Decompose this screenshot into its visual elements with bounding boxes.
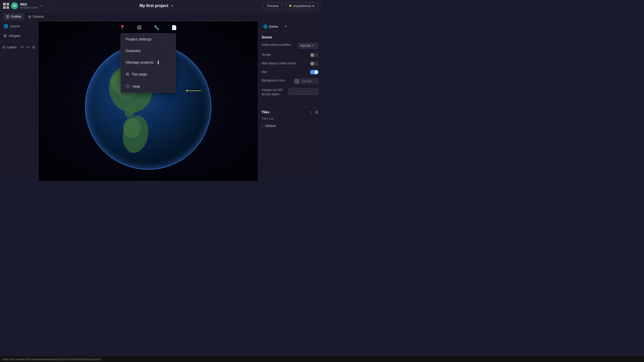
datasets-label: Datasets: [126, 49, 141, 53]
camera-position-control[interactable]: Not Set ✎: [298, 43, 318, 49]
right-scene-icon: 🌐: [263, 24, 267, 28]
manage-projects-label: Manage projects: [126, 60, 154, 64]
sky-row: Sky: [262, 70, 318, 74]
left-sidebar: 🌐 Scene ⊞ Widgets ⊡ Layers ⊕ 🗁 🗑: [0, 21, 38, 181]
bg-color-label: Background color: [262, 78, 292, 83]
main-area: 🌐 Scene ⊞ Widgets ⊡ Layers ⊕ 🗁 🗑 📍 🖼 🔧: [0, 21, 322, 181]
scene-section: Scene Initial camera position Not Set ✎ …: [258, 32, 322, 104]
dropdown-manage-projects[interactable]: Manage projects ▌: [121, 57, 176, 68]
tab-dataset[interactable]: ⊞ Dataset: [25, 13, 47, 20]
layers-folder-button[interactable]: 🗁: [26, 45, 30, 50]
cesium-api-row: Cesium Ion API access token: [262, 88, 318, 97]
terrain-label: Terrain: [262, 53, 308, 57]
project-settings-label: Project settings: [126, 37, 152, 41]
dropdown-project-settings[interactable]: Project settings: [121, 33, 176, 45]
tiles-add-button[interactable]: ＋: [309, 110, 313, 114]
sidebar-item-widgets[interactable]: ⊞ Widgets: [0, 31, 38, 40]
sky-label: Sky: [262, 70, 308, 74]
widgets-tool-button[interactable]: 🔧: [153, 24, 160, 31]
layers-stack-button[interactable]: ⊕: [20, 45, 24, 50]
brand-chevron-icon[interactable]: ▾: [41, 4, 42, 8]
camera-position-edit-icon: ✎: [312, 44, 314, 48]
layers-label-group: ⊡ Layers: [3, 45, 17, 49]
camera-position-value: Not Set: [301, 44, 311, 48]
right-export-icon: ↗: [284, 24, 287, 28]
scene-label: Scene: [10, 24, 20, 28]
bg-color-input[interactable]: Not set: [301, 78, 318, 84]
right-tab-scene[interactable]: 🌐 Scene: [261, 23, 280, 29]
tile-item[interactable]: 1 Default: [262, 122, 318, 129]
brand-team: Re:Earth TEAM: [20, 6, 38, 9]
layers-section: ⊡ Layers ⊕ 🗁 🗑: [0, 43, 38, 52]
tab-outline[interactable]: ☰ Outline: [3, 13, 24, 20]
avatar: R: [11, 2, 18, 9]
layers-delete-button[interactable]: 🗑: [31, 45, 36, 50]
document-tool-button[interactable]: 📄: [170, 24, 178, 31]
cesium-api-label: Cesium Ion API access token: [262, 88, 286, 97]
hide-objects-label: Hide objects under terrain: [262, 61, 308, 66]
preview-button[interactable]: Preview: [263, 3, 282, 9]
outline-icon: ☰: [6, 15, 9, 19]
dataset-icon: ⊞: [28, 15, 31, 19]
bg-color-row: Background color Not set: [262, 78, 318, 84]
widgets-icon: ⊞: [4, 33, 7, 38]
hide-objects-control[interactable]: [310, 61, 318, 66]
terrain-row: Terrain: [262, 53, 318, 57]
top-page-icon: ⊞: [126, 72, 129, 76]
right-sidebar-tabs: 🌐 Scene ↗: [258, 21, 322, 32]
image-tool-button[interactable]: 🖼: [136, 24, 143, 31]
brand-section[interactable]: R RED Re:Earth TEAM ▾: [0, 0, 50, 12]
top-header: R RED Re:Earth TEAM ▾ My first project ▾…: [0, 0, 322, 12]
project-dropdown-button[interactable]: ▾: [170, 3, 174, 9]
brand-text: RED Re:Earth TEAM: [20, 3, 38, 9]
hide-objects-row: Hide objects under terrain: [262, 61, 318, 66]
sidebar-divider: [0, 41, 38, 42]
right-tab-export[interactable]: ↗: [282, 23, 289, 29]
dropdown-top-page[interactable]: ⊞ Top page: [121, 68, 176, 80]
camera-position-select[interactable]: Not Set ✎: [298, 43, 318, 49]
tiles-list-label: Tiles List: [262, 117, 318, 120]
grid-icon: [3, 3, 9, 9]
tile-item-name: Default: [265, 124, 276, 128]
tiles-heading: Tiles: [262, 110, 270, 114]
layers-actions: ⊕ 🗁 🗑: [20, 45, 36, 50]
tiles-header: Tiles ＋ 🗑: [262, 110, 318, 114]
cursor-indicator: ▌: [158, 61, 160, 64]
dropdown-help[interactable]: ⓘ Help: [121, 80, 176, 93]
outline-label: Outline: [11, 15, 21, 18]
tiles-delete-button[interactable]: 🗑: [315, 110, 318, 114]
help-label: Help: [132, 84, 140, 88]
unpublished-chevron-icon: ▾: [312, 4, 314, 8]
top-page-label: Top page: [132, 72, 147, 76]
tabs-row: ☰ Outline ⊞ Dataset: [0, 12, 322, 21]
sidebar-item-scene[interactable]: 🌐 Scene: [0, 21, 38, 31]
bg-color-control[interactable]: Not set: [294, 78, 318, 84]
top-toolbar: 📍 🖼 🔧 📄: [38, 21, 258, 34]
unpublished-label: Unpublished: [293, 4, 311, 8]
terrain-control[interactable]: [310, 53, 318, 57]
pin-tool-button[interactable]: 📍: [118, 24, 126, 31]
terrain-toggle[interactable]: [310, 53, 318, 57]
project-title: My first project: [139, 4, 168, 8]
sky-control[interactable]: [310, 70, 318, 74]
section-divider: [262, 106, 318, 106]
status-dot-icon: [289, 5, 291, 7]
widgets-label: Widgets: [9, 34, 21, 38]
tiles-actions: ＋ 🗑: [309, 110, 318, 114]
cesium-api-control[interactable]: [288, 88, 318, 95]
scene-icon: 🌐: [4, 24, 8, 28]
dropdown-datasets[interactable]: Datasets: [121, 45, 176, 57]
scene-heading: Scene: [262, 35, 318, 39]
sky-toggle[interactable]: [310, 70, 318, 74]
help-icon: ⓘ: [126, 84, 130, 89]
dataset-label: Dataset: [33, 15, 44, 18]
hide-objects-toggle[interactable]: [310, 61, 318, 66]
unpublished-button[interactable]: Unpublished ▾: [286, 3, 318, 9]
right-sidebar: 🌐 Scene ↗ Scene Initial camera position …: [258, 21, 322, 181]
brand-name: RED: [20, 3, 38, 6]
cesium-api-input[interactable]: [288, 88, 318, 95]
tile-item-number: 1: [262, 124, 263, 127]
checker-box-icon: [294, 79, 299, 84]
project-title-section: My first project ▾: [50, 3, 263, 9]
globe-area[interactable]: 📍 🖼 🔧 📄: [38, 21, 258, 181]
